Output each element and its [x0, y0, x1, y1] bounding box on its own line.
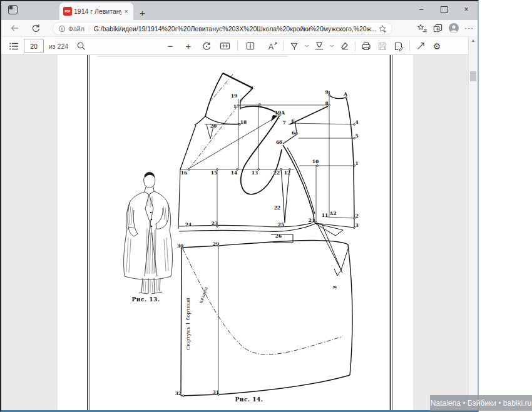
highlighter-button[interactable]	[312, 39, 327, 54]
pdf-page: 1917182019А98А766а6б45101161514132212222…	[58, 55, 413, 410]
rotate-button[interactable]	[199, 39, 214, 54]
vertical-scrollbar[interactable]: ▲ ▼	[468, 36, 478, 410]
highlighter-icon	[314, 41, 324, 51]
tab-close-icon[interactable]: ×	[123, 8, 130, 16]
navigation-bar: Файл | G:/babiki/идеи/19/1914%20г%20Леви…	[1, 20, 478, 36]
zoom-in-button[interactable]: +	[181, 39, 196, 54]
back-arrow-icon	[9, 23, 19, 33]
window-body: из 224 − +	[1, 36, 478, 410]
screenshot-canvas: { "tab": {"title": "1914 г Левитанус 3Х …	[0, 0, 532, 412]
pdf-file-icon: PDF	[63, 7, 72, 16]
page-view-button[interactable]	[243, 39, 258, 54]
tab-actions-icon[interactable]	[8, 5, 18, 14]
pdf-viewer[interactable]: 1917182019А98А766а6б45101161514132212222…	[1, 55, 468, 410]
favorites-hub-icon[interactable]	[417, 23, 427, 34]
close-button[interactable]: ×	[455, 1, 478, 18]
back-button[interactable]	[6, 23, 23, 33]
eraser-icon	[339, 41, 349, 51]
figure-14-caption: Рис. 14.	[235, 396, 263, 403]
more-menu-button[interactable]: ···	[464, 24, 474, 33]
zoom-out-icon: −	[168, 41, 173, 51]
save-as-icon	[394, 41, 404, 51]
zoom-in-icon: +	[186, 41, 192, 51]
tab-title: 1914 г Левитанус 3Х Школа кро	[74, 8, 121, 15]
toolbar-separator	[409, 41, 410, 51]
page-number-input[interactable]	[24, 39, 44, 53]
info-icon	[58, 25, 66, 33]
file-protocol-badge: Файл	[68, 25, 84, 33]
pdf-toolbar-left: из 224	[6, 38, 88, 54]
refresh-button[interactable]	[28, 24, 44, 33]
zoom-out-button[interactable]: −	[163, 39, 178, 54]
print-button[interactable]	[359, 39, 374, 54]
address-divider: |	[88, 25, 90, 33]
gear-icon: ⚙	[433, 41, 441, 51]
fullscreen-button[interactable]	[413, 39, 428, 54]
maximize-icon	[441, 6, 448, 13]
highlighter-dropdown-chevron[interactable]	[328, 39, 335, 54]
nav-right-icons: ···	[417, 20, 474, 36]
search-icon	[76, 41, 86, 51]
read-aloud-icon: A	[267, 41, 278, 51]
search-button[interactable]	[73, 39, 88, 54]
fit-width-icon	[220, 41, 230, 51]
pdf-toolbar: из 224 − +	[1, 36, 468, 55]
address-bar[interactable]: Файл | G:/babiki/идеи/19/1914%20г%20Леви…	[53, 22, 392, 35]
expand-icon	[416, 41, 426, 51]
page-view-icon	[245, 41, 255, 51]
watermark-text: Natalena • Бэйбики • babiki.ru	[431, 399, 531, 408]
read-aloud-button[interactable]: A	[265, 39, 280, 54]
toc-icon	[9, 41, 19, 51]
svg-text:A: A	[269, 42, 274, 51]
chevron-down-icon	[329, 43, 335, 49]
refresh-icon	[31, 24, 41, 33]
print-icon	[361, 41, 371, 51]
watermark: Natalena • Бэйбики • babiki.ru	[430, 395, 532, 411]
profile-avatar[interactable]	[448, 23, 459, 34]
minimize-button[interactable]: –	[410, 1, 432, 18]
add-favorite-star-icon[interactable]	[378, 24, 387, 33]
table-of-contents-button[interactable]	[6, 39, 21, 54]
fit-to-width-button[interactable]	[217, 39, 232, 54]
tab-bar: PDF 1914 г Левитанус 3Х Школа кро × + – …	[1, 1, 478, 20]
toolbar-separator	[237, 41, 238, 51]
pen-icon	[289, 41, 299, 51]
url-text[interactable]: G:/babiki/идеи/19/1914%20г%20Левитанус%2…	[94, 25, 378, 33]
toolbar-separator	[355, 41, 356, 51]
settings-button[interactable]: ⚙	[429, 39, 444, 54]
scrollbar-thumb[interactable]	[470, 71, 476, 81]
rotate-icon	[202, 41, 212, 51]
pattern-drawing	[58, 55, 413, 410]
save-icon	[377, 41, 387, 51]
figure-13-caption: Рис. 13.	[132, 296, 160, 303]
pdf-main-column: из 224 − +	[1, 36, 468, 410]
chevron-down-icon	[304, 43, 310, 49]
scroll-up-arrow[interactable]: ▲	[469, 36, 478, 44]
collections-icon[interactable]	[432, 23, 443, 34]
toolbar-separator	[283, 41, 284, 51]
page-total-label: из 224	[49, 43, 68, 50]
pdf-toolbar-center: − +	[163, 38, 258, 54]
skirt-vertical-label: Сюртукъ 1 бортный	[185, 298, 191, 350]
window-controls: – ×	[410, 1, 478, 18]
maximize-button[interactable]	[432, 1, 455, 18]
browser-window: PDF 1914 г Левитанус 3Х Школа кро × + – …	[0, 0, 479, 412]
new-tab-button[interactable]: +	[140, 8, 145, 18]
draw-pen-button[interactable]	[287, 39, 302, 54]
save-as-button[interactable]	[391, 39, 406, 54]
pen-dropdown-chevron[interactable]	[303, 39, 310, 54]
browser-tab[interactable]: PDF 1914 г Левитанус 3Х Школа кро ×	[59, 3, 133, 20]
pdf-toolbar-right: A	[265, 38, 444, 54]
eraser-button[interactable]	[337, 39, 352, 54]
save-button[interactable]	[375, 39, 390, 54]
